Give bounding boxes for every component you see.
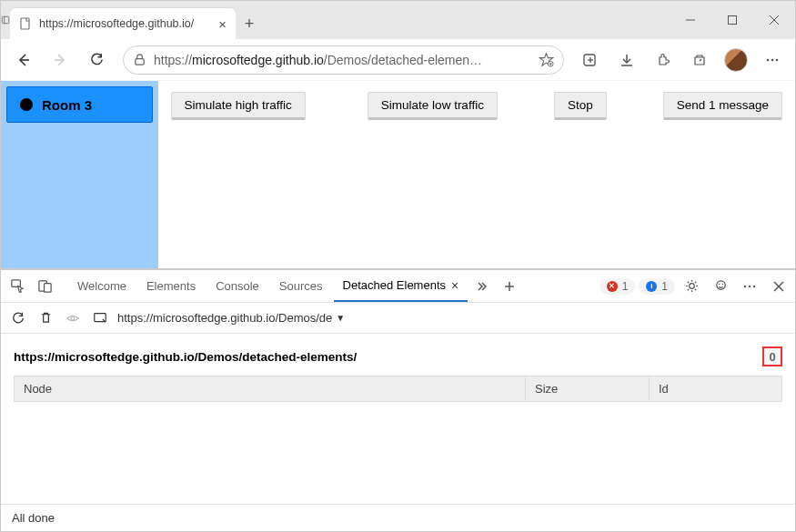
collections-button[interactable] bbox=[575, 45, 606, 75]
status-text: All done bbox=[12, 511, 55, 525]
tab-console[interactable]: Console bbox=[207, 270, 268, 302]
devtools-menu-icon[interactable] bbox=[737, 274, 762, 299]
svg-rect-21 bbox=[11, 280, 19, 287]
minimize-button[interactable] bbox=[670, 1, 711, 39]
svg-point-31 bbox=[749, 285, 751, 286]
svg-point-26 bbox=[689, 284, 694, 289]
devtools-panel: Welcome Elements Console Sources Detache… bbox=[1, 268, 795, 531]
performance-button[interactable] bbox=[684, 45, 715, 75]
tab-actions-button[interactable] bbox=[1, 1, 10, 39]
info-count-pill[interactable]: i1 bbox=[639, 278, 675, 295]
device-toolbar-icon[interactable] bbox=[32, 274, 57, 299]
screen-icon[interactable] bbox=[90, 306, 110, 331]
room-label: Room 3 bbox=[42, 97, 92, 113]
feedback-icon[interactable] bbox=[708, 274, 733, 299]
svg-rect-23 bbox=[44, 284, 51, 292]
url-text: https://microsoftedge.github.io/Demos/de… bbox=[154, 53, 531, 67]
send-message-button[interactable]: Send 1 message bbox=[663, 92, 782, 120]
svg-point-29 bbox=[721, 284, 723, 286]
downloads-button[interactable] bbox=[611, 45, 642, 75]
detached-count-badge: 0 bbox=[762, 346, 782, 366]
refresh-icon[interactable] bbox=[8, 306, 28, 331]
close-icon[interactable]: × bbox=[451, 278, 458, 293]
rooms-sidebar: Room 3 bbox=[1, 81, 158, 268]
add-tab-icon[interactable] bbox=[497, 274, 522, 299]
detached-toolbar: https://microsoftedge.github.io/Demos/de… bbox=[1, 303, 795, 334]
tab-close-button[interactable]: × bbox=[218, 16, 227, 32]
forward-button[interactable] bbox=[45, 45, 76, 75]
back-button[interactable] bbox=[8, 45, 39, 75]
page-content: Room 3 Simulate high traffic Simulate lo… bbox=[1, 81, 795, 268]
detached-table-header: Node Size Id bbox=[14, 376, 782, 402]
settings-icon[interactable] bbox=[679, 274, 704, 299]
column-node[interactable]: Node bbox=[15, 376, 526, 401]
maximize-button[interactable] bbox=[711, 1, 753, 39]
devtools-tabbar: Welcome Elements Console Sources Detache… bbox=[1, 270, 795, 303]
window-titlebar: https://microsoftedge.github.io/ × + bbox=[1, 1, 795, 39]
svg-point-30 bbox=[744, 285, 746, 286]
svg-rect-4 bbox=[729, 16, 737, 25]
simulate-high-button[interactable]: Simulate high traffic bbox=[171, 92, 306, 120]
detached-table-body bbox=[14, 402, 782, 504]
inspect-element-icon[interactable] bbox=[5, 274, 30, 299]
window-close-button[interactable] bbox=[753, 1, 795, 39]
tab-title: https://microsoftedge.github.io/ bbox=[39, 17, 211, 30]
window-controls bbox=[670, 1, 795, 39]
svg-rect-0 bbox=[2, 16, 9, 24]
detached-elements-page: https://microsoftedge.github.io/Demos/de… bbox=[1, 334, 795, 504]
devtools-close-icon[interactable] bbox=[766, 274, 791, 299]
page-body: Simulate high traffic Simulate low traff… bbox=[158, 81, 795, 268]
svg-point-35 bbox=[71, 316, 75, 320]
trash-icon[interactable] bbox=[35, 306, 55, 331]
browser-toolbar: https://microsoftedge.github.io/Demos/de… bbox=[1, 39, 795, 81]
menu-button[interactable] bbox=[757, 45, 788, 75]
svg-rect-9 bbox=[136, 59, 144, 65]
page-icon bbox=[19, 17, 32, 30]
extensions-button[interactable] bbox=[648, 45, 679, 75]
address-bar[interactable]: https://microsoftedge.github.io/Demos/de… bbox=[123, 45, 564, 75]
browser-tab[interactable]: https://microsoftedge.github.io/ × bbox=[10, 8, 236, 39]
error-count-pill[interactable]: ✕1 bbox=[600, 278, 636, 295]
site-info-icon[interactable] bbox=[133, 53, 146, 66]
favorite-icon[interactable] bbox=[539, 52, 554, 67]
devtools-statusbar: All done bbox=[1, 504, 795, 531]
stop-button[interactable]: Stop bbox=[554, 92, 607, 120]
more-tabs-icon[interactable] bbox=[469, 274, 495, 299]
tab-elements[interactable]: Elements bbox=[137, 270, 205, 302]
room-status-dot bbox=[20, 98, 33, 111]
column-id[interactable]: Id bbox=[650, 376, 781, 401]
tab-welcome[interactable]: Welcome bbox=[68, 270, 136, 302]
new-tab-button[interactable]: + bbox=[236, 8, 263, 39]
room-card[interactable]: Room 3 bbox=[6, 86, 153, 123]
column-size[interactable]: Size bbox=[526, 376, 650, 401]
svg-point-20 bbox=[776, 58, 779, 61]
tab-sources[interactable]: Sources bbox=[270, 270, 332, 302]
simulate-low-button[interactable]: Simulate low traffic bbox=[368, 92, 498, 120]
refresh-button[interactable] bbox=[81, 45, 112, 75]
svg-point-32 bbox=[753, 285, 755, 286]
profile-avatar[interactable] bbox=[720, 45, 751, 75]
svg-point-18 bbox=[767, 58, 770, 61]
svg-point-19 bbox=[771, 58, 774, 61]
svg-rect-2 bbox=[21, 18, 29, 29]
frame-dropdown[interactable]: https://microsoftedge.github.io/Demos/de… bbox=[117, 311, 345, 325]
tab-detached-elements[interactable]: Detached Elements× bbox=[334, 270, 469, 302]
svg-point-28 bbox=[718, 284, 720, 286]
eye-icon[interactable] bbox=[63, 306, 83, 331]
page-url-text: https://microsoftedge.github.io/Demos/de… bbox=[14, 350, 357, 364]
